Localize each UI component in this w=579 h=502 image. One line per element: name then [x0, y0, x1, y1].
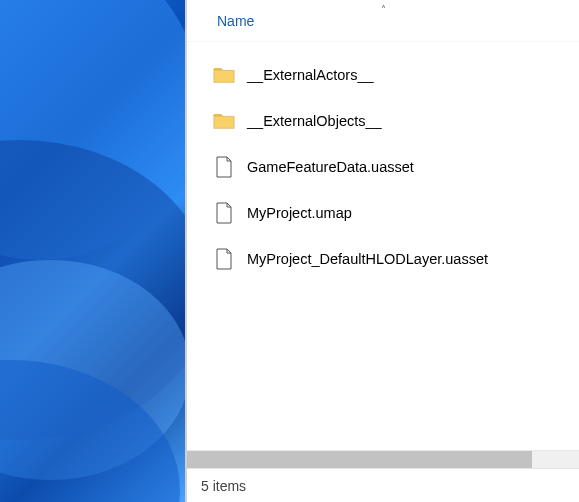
- status-bar: 5 items: [187, 468, 579, 502]
- explorer-pane: ˄ Name __ExternalActors__ __ExternalObje…: [185, 0, 579, 502]
- folder-icon: [211, 62, 237, 88]
- folder-row[interactable]: __ExternalActors__: [207, 52, 579, 98]
- folder-icon: [211, 108, 237, 134]
- item-name: __ExternalActors__: [247, 67, 374, 83]
- sort-ascending-icon: ˄: [381, 4, 386, 15]
- column-header-name[interactable]: Name: [217, 13, 254, 29]
- folder-row[interactable]: __ExternalObjects__: [207, 98, 579, 144]
- desktop-wallpaper: [0, 0, 185, 502]
- file-row[interactable]: MyProject.umap: [207, 190, 579, 236]
- item-count-label: 5 items: [201, 478, 246, 494]
- file-row[interactable]: GameFeatureData.uasset: [207, 144, 579, 190]
- file-icon: [211, 200, 237, 226]
- file-icon: [211, 246, 237, 272]
- column-header-row: ˄ Name: [187, 0, 579, 42]
- file-list: __ExternalActors__ __ExternalObjects__ G…: [187, 42, 579, 450]
- file-icon: [211, 154, 237, 180]
- item-name: GameFeatureData.uasset: [247, 159, 414, 175]
- item-name: MyProject_DefaultHLODLayer.uasset: [247, 251, 488, 267]
- horizontal-scrollbar[interactable]: [187, 450, 579, 468]
- scrollbar-thumb[interactable]: [187, 451, 532, 468]
- file-row[interactable]: MyProject_DefaultHLODLayer.uasset: [207, 236, 579, 282]
- item-name: MyProject.umap: [247, 205, 352, 221]
- item-name: __ExternalObjects__: [247, 113, 382, 129]
